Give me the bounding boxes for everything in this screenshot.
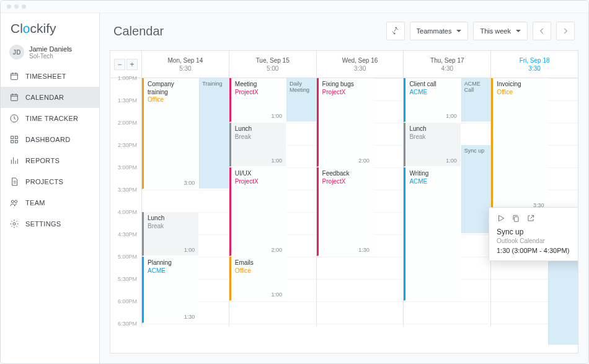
time-label: 6:00PM <box>110 298 141 321</box>
sidebar-item-label: TIME TRACKER <box>25 115 78 122</box>
svg-point-8 <box>15 200 17 203</box>
day-column[interactable]: TrainingCompany trainingOffice3:00LunchB… <box>141 78 229 326</box>
calendar-event[interactable]: LunchBreak1:00 <box>229 123 286 167</box>
sidebar-item-label: PROJECTS <box>25 178 63 185</box>
svg-point-9 <box>13 223 16 225</box>
filter-button[interactable] <box>386 22 405 40</box>
svg-rect-0 <box>11 73 18 79</box>
day-column[interactable]: Sync upACME CallClient callACME1:00Lunch… <box>403 78 490 326</box>
sidebar-item-settings[interactable]: SETTINGS <box>1 213 99 234</box>
day-column[interactable]: Meeting with Client XInvoicingOffice3:30 <box>490 78 578 326</box>
sidebar-item-label: SETTINGS <box>25 220 61 228</box>
chevron-down-icon <box>516 30 521 32</box>
page-title: Calendar <box>113 24 164 38</box>
calendar-event[interactable]: MeetingProjectX1:00 <box>229 78 286 122</box>
time-label: 2:00PM <box>110 120 141 142</box>
users-icon <box>9 198 19 208</box>
sidebar-item-label: TIMESHEET <box>25 73 66 80</box>
svg-rect-3 <box>11 136 14 139</box>
calendar-event[interactable]: WritingACME <box>404 167 461 301</box>
svg-rect-6 <box>15 140 17 143</box>
user-block[interactable]: JD Jamie Daniels Sol-Tech <box>1 42 99 66</box>
background-event[interactable]: Sync up <box>461 145 491 234</box>
svg-rect-4 <box>15 136 17 139</box>
svg-point-10 <box>395 27 396 29</box>
grid-icon <box>9 135 19 144</box>
calendar-event[interactable]: InvoicingOffice3:30 <box>491 78 548 211</box>
sidebar-item-projects[interactable]: PROJECTS <box>1 171 99 192</box>
calendar-event[interactable]: FeedbackProjectX1:30 <box>317 167 374 256</box>
avatar: JD <box>9 45 24 60</box>
open-icon[interactable] <box>526 214 535 223</box>
zoom-in-button[interactable]: + <box>126 59 138 70</box>
gear-icon <box>9 219 19 229</box>
teammates-dropdown[interactable]: Teammates <box>410 22 469 40</box>
popup-title: Sync up <box>497 228 578 236</box>
range-label: This week <box>480 27 511 35</box>
calendar-event[interactable]: LunchBreak1:00 <box>142 212 199 256</box>
day-header: Tue, Sep 155:00 <box>229 51 316 78</box>
calendar-event[interactable]: Fixing bugsProjectX2:00 <box>317 78 374 167</box>
event-popup: Sync up Outlook Calendar 1:30 (3:00PM - … <box>489 207 578 261</box>
sidebar-item-timesheet[interactable]: TIMESHEET <box>1 66 99 87</box>
day-column[interactable]: Daily MeetingMeetingProjectX1:00LunchBre… <box>229 78 316 326</box>
sidebar-item-time-tracker[interactable]: TIME TRACKER <box>1 108 99 129</box>
copy-icon[interactable] <box>512 214 520 223</box>
time-label: 2:30PM <box>110 142 141 164</box>
day-header: Fri, Sep 183:30 <box>490 51 578 78</box>
range-dropdown[interactable]: This week <box>473 22 528 40</box>
background-event[interactable]: Daily Meeting <box>286 78 316 122</box>
time-label: 1:30PM <box>110 97 141 120</box>
sidebar-item-dashboard[interactable]: DASHBOARD <box>1 129 99 150</box>
day-column[interactable]: Fixing bugsProjectX2:00FeedbackProjectX1… <box>316 78 404 326</box>
sidebar: Clockify JD Jamie Daniels Sol-Tech TIMES… <box>1 13 100 363</box>
svg-point-7 <box>11 200 14 203</box>
calendar-event[interactable]: LunchBreak1:00 <box>404 123 461 167</box>
sidebar-item-label: DASHBOARD <box>25 136 70 143</box>
zoom-out-button[interactable]: − <box>114 59 125 70</box>
background-event[interactable]: ACME Call <box>461 78 491 122</box>
next-button[interactable] <box>556 22 575 40</box>
sidebar-item-label: CALENDAR <box>25 94 64 101</box>
doc-icon <box>9 177 19 187</box>
day-header: Wed, Sep 163:30 <box>316 51 404 78</box>
time-label: 4:30PM <box>110 231 141 254</box>
play-icon[interactable] <box>497 214 505 223</box>
calendar-event[interactable]: PlanningACME1:30 <box>142 257 199 323</box>
sidebar-item-reports[interactable]: REPORTS <box>1 150 99 171</box>
background-event[interactable]: Training <box>199 78 229 189</box>
calendar-grid: − + Mon, Sep 145:30Tue, Sep 155:00Wed, S… <box>110 50 578 353</box>
time-label: 1:00PM <box>110 75 141 97</box>
user-org: Sol-Tech <box>29 53 72 60</box>
time-label: 6:30PM <box>110 321 141 343</box>
calendar-icon <box>9 92 19 102</box>
window-titlebar <box>1 1 588 13</box>
svg-rect-12 <box>515 217 518 222</box>
popup-source: Outlook Calendar <box>497 237 578 244</box>
bars-icon <box>9 156 19 166</box>
calendar-event[interactable]: UI/UXProjectX2:00 <box>229 167 286 256</box>
prev-button[interactable] <box>533 22 551 40</box>
svg-rect-5 <box>11 140 14 143</box>
sidebar-item-team[interactable]: TEAM <box>1 192 99 213</box>
sidebar-item-calendar[interactable]: CALENDAR <box>1 87 99 108</box>
time-label: 5:00PM <box>110 254 141 276</box>
time-label: 3:30PM <box>110 187 141 209</box>
time-label: 4:00PM <box>110 209 141 231</box>
day-header: Mon, Sep 145:30 <box>141 51 229 78</box>
filter-icon <box>391 27 400 35</box>
calendar-event[interactable]: Client callACME1:00 <box>404 78 461 122</box>
calendar-event[interactable]: Company trainingOffice3:00 <box>142 78 199 189</box>
chevron-right-icon <box>561 27 570 35</box>
day-header: Thu, Sep 174:30 <box>403 51 490 78</box>
calendar-event[interactable]: EmailsOffice1:00 <box>229 257 286 301</box>
time-label: 3:00PM <box>110 164 141 187</box>
user-name: Jamie Daniels <box>29 45 72 53</box>
teammates-label: Teammates <box>417 27 452 35</box>
sidebar-item-label: TEAM <box>25 199 45 206</box>
chevron-left-icon <box>538 27 546 35</box>
chevron-down-icon <box>456 30 461 32</box>
brand-logo: Clockify <box>1 13 99 42</box>
svg-rect-1 <box>11 94 18 100</box>
popup-duration: 1:30 (3:00PM - 4:30PM) <box>497 247 578 254</box>
